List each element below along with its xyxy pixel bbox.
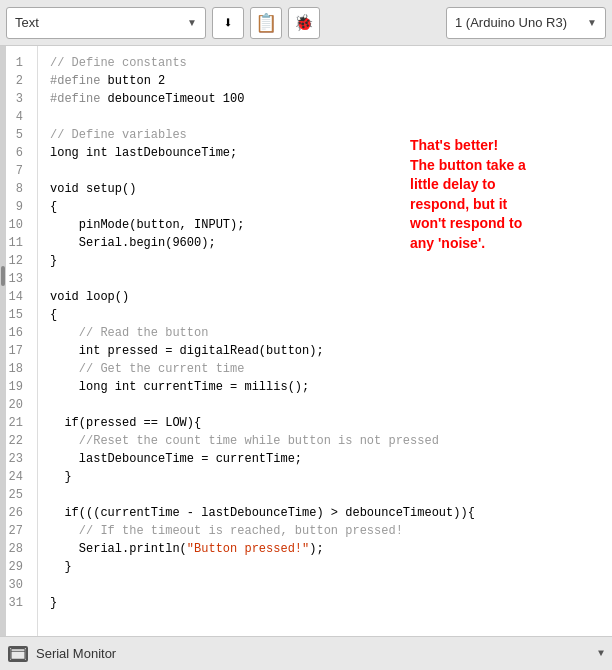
line-number: 28 — [6, 540, 29, 558]
toolbar: Text ▼ ⬇ 📋 🐞 1 (Arduino Uno R3) ▼ — [0, 0, 612, 46]
code-line: } — [50, 468, 600, 486]
line-number: 2 — [6, 72, 29, 90]
code-line: { — [50, 306, 600, 324]
code-line: long int currentTime = millis(); — [50, 378, 600, 396]
line-number: 1 — [6, 54, 29, 72]
line-number: 9 — [6, 198, 29, 216]
line-number: 18 — [6, 360, 29, 378]
code-line — [50, 576, 600, 594]
code-line: #define debounceTimeout 100 — [50, 90, 600, 108]
line-number: 4 — [6, 108, 29, 126]
code-line — [50, 108, 600, 126]
code-line: void loop() — [50, 288, 600, 306]
serial-monitor-label: Serial Monitor — [36, 646, 116, 661]
annotation-bubble: That's better!The button take alittle de… — [410, 136, 600, 254]
line-number: 7 — [6, 162, 29, 180]
line-number: 5 — [6, 126, 29, 144]
code-editor: 1234567891011121314151617181920212223242… — [0, 46, 612, 636]
line-number: 23 — [6, 450, 29, 468]
code-line: } — [50, 558, 600, 576]
code-line: #define button 2 — [50, 72, 600, 90]
serial-monitor-icon — [8, 646, 28, 662]
code-line — [50, 270, 600, 288]
code-line: // If the timeout is reached, button pre… — [50, 522, 600, 540]
line-number: 11 — [6, 234, 29, 252]
line-number: 25 — [6, 486, 29, 504]
debug-button[interactable]: 🐞 — [288, 7, 320, 39]
board-dropdown[interactable]: 1 (Arduino Uno R3) ▼ — [446, 7, 606, 39]
bug-icon: 🐞 — [294, 13, 314, 33]
line-number: 31 — [6, 594, 29, 612]
line-numbers: 1234567891011121314151617181920212223242… — [6, 46, 38, 636]
code-body[interactable]: // Define constants#define button 2#defi… — [38, 46, 612, 636]
line-number: 3 — [6, 90, 29, 108]
code-line: //Reset the count time while button is n… — [50, 432, 600, 450]
line-number: 29 — [6, 558, 29, 576]
code-line: Serial.println("Button pressed!"); — [50, 540, 600, 558]
code-line: int pressed = digitalRead(button); — [50, 342, 600, 360]
serial-monitor-arrow: ▼ — [598, 648, 604, 659]
code-line: } — [50, 594, 600, 612]
line-number: 12 — [6, 252, 29, 270]
line-number: 14 — [6, 288, 29, 306]
code-line: lastDebounceTime = currentTime; — [50, 450, 600, 468]
line-number: 13 — [6, 270, 29, 288]
mode-dropdown[interactable]: Text ▼ — [6, 7, 206, 39]
code-line: } — [50, 252, 600, 270]
svg-rect-0 — [11, 648, 25, 659]
serial-monitor-bar[interactable]: Serial Monitor ▼ — [0, 636, 612, 670]
line-number: 19 — [6, 378, 29, 396]
edge-marker — [1, 266, 5, 286]
line-number: 24 — [6, 468, 29, 486]
line-number: 26 — [6, 504, 29, 522]
mode-dropdown-arrow: ▼ — [187, 17, 197, 28]
download-icon: ⬇ — [223, 13, 233, 33]
board-label: 1 (Arduino Uno R3) — [455, 15, 567, 30]
code-line — [50, 396, 600, 414]
code-line — [50, 486, 600, 504]
line-number: 21 — [6, 414, 29, 432]
line-number: 20 — [6, 396, 29, 414]
mode-label: Text — [15, 15, 39, 30]
code-line: if(pressed == LOW){ — [50, 414, 600, 432]
code-line: if(((currentTime - lastDebounceTime) > d… — [50, 504, 600, 522]
download-button[interactable]: ⬇ — [212, 7, 244, 39]
code-line: // Define constants — [50, 54, 600, 72]
line-number: 17 — [6, 342, 29, 360]
code-line: // Read the button — [50, 324, 600, 342]
line-number: 10 — [6, 216, 29, 234]
line-number: 6 — [6, 144, 29, 162]
code-line: // Get the current time — [50, 360, 600, 378]
line-number: 27 — [6, 522, 29, 540]
line-number: 30 — [6, 576, 29, 594]
line-number: 8 — [6, 180, 29, 198]
upload-icon: 📋 — [255, 12, 277, 34]
line-number: 22 — [6, 432, 29, 450]
upload-button[interactable]: 📋 — [250, 7, 282, 39]
line-number: 16 — [6, 324, 29, 342]
board-dropdown-arrow: ▼ — [587, 17, 597, 28]
line-number: 15 — [6, 306, 29, 324]
